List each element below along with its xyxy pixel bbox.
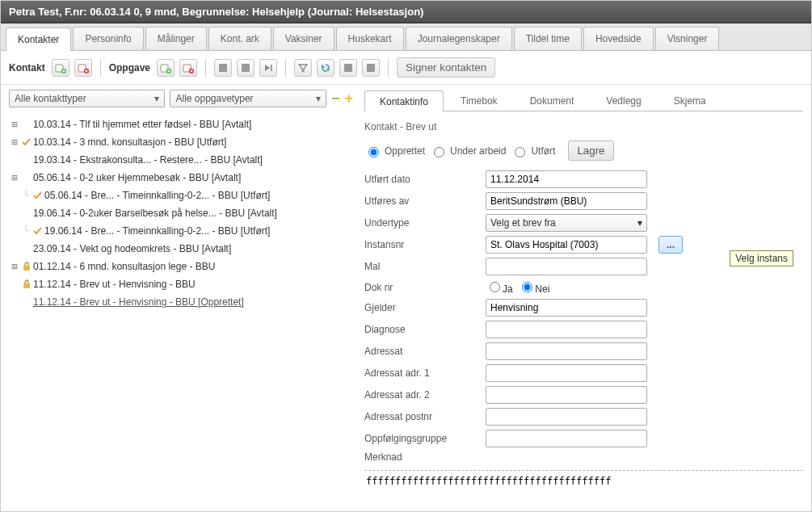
main-tab-kontakter[interactable]: Kontakter — [6, 27, 71, 51]
tree-node[interactable]: ⊞05.06.14 - 0-2 uker Hjemmebesøk - BBU [… — [9, 169, 353, 187]
contact-type-filter[interactable]: Alle kontakttyper▾ — [9, 90, 165, 107]
utfort-dato-input[interactable] — [486, 170, 647, 188]
task-new-icon[interactable] — [157, 59, 175, 77]
tree-node[interactable]: └05.06.14 - Bre... - Timeinnkalling-0-2.… — [9, 187, 353, 204]
refresh-icon[interactable] — [317, 59, 334, 77]
svg-rect-14 — [23, 283, 30, 288]
sub-tabs: KontaktinfoTimebokDokumentVedleggSkjema — [364, 90, 803, 111]
tree-node[interactable]: 11.12.14 - Brev ut - Henvisning - BBU [O… — [9, 293, 353, 311]
tree-node[interactable]: └19.06.14 - Bre... - Timeinnkalling-0-2.… — [9, 222, 353, 240]
save-button[interactable]: Lagre — [568, 141, 613, 161]
mal-input[interactable] — [486, 258, 647, 275]
expand-icon[interactable]: ⊞ — [9, 259, 20, 274]
tree-node-label: 23.09.14 - Vekt og hodeomkrets - BBU [Av… — [33, 241, 231, 256]
doknr-nei-radio[interactable]: Nei — [518, 279, 549, 295]
filter-icon[interactable] — [294, 59, 312, 77]
tree-node[interactable]: 23.09.14 - Vekt og hodeomkrets - BBU [Av… — [9, 240, 353, 258]
task-delete-icon[interactable] — [179, 59, 197, 77]
expand-icon[interactable]: ⊞ — [9, 117, 20, 132]
tool-grey1-icon[interactable] — [214, 59, 232, 77]
expand-icon[interactable]: ⊞ — [9, 170, 20, 185]
main-tab-vaksiner[interactable]: Vaksiner — [273, 27, 334, 50]
utfort-dato-label: Utført dato — [364, 174, 486, 185]
tree-node-label: 19.03.14 - Ekstrakonsulta... - Restere..… — [33, 153, 263, 167]
tree-node[interactable]: ⊞01.12.14 - 6 mnd. konsultasjon lege - B… — [9, 258, 353, 275]
title-bar: Petra Test, F.nr: 06.03.14 0, 9 mnd, Beg… — [1, 1, 811, 23]
chevron-down-icon: ▾ — [154, 93, 159, 104]
adressat-label: Adressat — [364, 346, 486, 357]
lock-icon — [20, 261, 33, 272]
mal-label: Mal — [364, 261, 486, 272]
diagnose-input[interactable] — [486, 321, 647, 338]
main-tab-journalegenskaper[interactable]: Journalegenskaper — [406, 27, 512, 50]
tree-node-label: 10.03.14 - 3 mnd. konsultasjon - BBU [Ut… — [33, 135, 226, 149]
postnr-label: Adressat postnr — [364, 411, 486, 422]
sign-button[interactable]: Signer kontakten — [397, 57, 495, 78]
svg-rect-10 — [271, 65, 272, 71]
doknr-label: Dok nr — [364, 282, 486, 293]
lock-icon — [20, 279, 33, 290]
tree-node-label: 05.06.14 - 0-2 uker Hjemmebesøk - BBU [A… — [33, 170, 241, 185]
tool-grey3-icon[interactable] — [339, 59, 357, 77]
section-title: Kontakt - Brev ut — [364, 121, 803, 132]
main-tab-m-linger[interactable]: Målinger — [145, 27, 207, 50]
tree-node-label: 11.12.14 - Brev ut - Henvisning - BBU [O… — [33, 295, 244, 309]
tree-node[interactable]: 19.06.14 - 0-2uker Barselbesøk på helse.… — [9, 204, 353, 222]
oppfolging-label: Oppfølgingsgruppe — [364, 433, 486, 444]
main-tab-personinfo[interactable]: Personinfo — [73, 27, 143, 50]
adr1-input[interactable] — [486, 364, 647, 382]
contact-new-icon[interactable] — [52, 59, 69, 77]
tool-next-icon[interactable] — [259, 59, 277, 77]
chevron-down-icon: ▾ — [316, 93, 321, 104]
instansnr-input[interactable] — [486, 236, 647, 254]
main-tab-hovedside[interactable]: Hovedside — [583, 27, 654, 50]
tree-node-label: 19.06.14 - Bre... - Timeinnkalling-0-2..… — [44, 224, 270, 238]
left-panel: Alle kontakttyper▾ Alle oppgavetyper▾ − … — [1, 85, 356, 511]
svg-rect-12 — [367, 64, 375, 72]
tree-node[interactable]: ⊞10.03.14 - Tlf til hjemmet etter fødsel… — [9, 115, 353, 133]
contact-tree: ⊞10.03.14 - Tlf til hjemmet etter fødsel… — [9, 115, 353, 506]
tool-grey2-icon[interactable] — [237, 59, 255, 77]
collapse-all-icon[interactable]: − — [331, 90, 340, 107]
right-panel: KontaktinfoTimebokDokumentVedleggSkjema … — [356, 85, 811, 511]
subtab-skjema[interactable]: Skjema — [658, 90, 722, 111]
main-tab-huskekart[interactable]: Huskekart — [336, 27, 404, 50]
tree-node[interactable]: ⊞10.03.14 - 3 mnd. konsultasjon - BBU [U… — [9, 133, 353, 151]
main-tab-tildel-time[interactable]: Tildel time — [514, 27, 582, 50]
doknr-ja-radio[interactable]: Ja — [486, 279, 513, 295]
expand-all-icon[interactable]: + — [344, 90, 353, 107]
status-opprettet-radio[interactable]: Opprettet — [364, 145, 425, 157]
tree-node[interactable]: 19.03.14 - Ekstrakonsulta... - Restere..… — [9, 151, 353, 169]
adr1-label: Adressat adr. 1 — [364, 367, 486, 379]
status-row: OpprettetUnder arbeidUtførtLagre — [364, 141, 803, 161]
subtab-timebok[interactable]: Timebok — [445, 90, 513, 111]
main-tab-kont-ark[interactable]: Kont. ark — [208, 27, 271, 50]
subtab-vedlegg[interactable]: Vedlegg — [591, 90, 656, 111]
gjelder-label: Gjelder — [364, 302, 486, 313]
undertype-select[interactable]: Velg et brev fra▾ — [486, 214, 647, 232]
svg-rect-8 — [219, 64, 227, 72]
expand-icon[interactable]: ⊞ — [9, 135, 20, 149]
tool-grey4-icon[interactable] — [362, 59, 380, 77]
svg-rect-13 — [23, 266, 30, 271]
browse-instans-button[interactable]: ... — [658, 236, 683, 254]
merknad-textarea[interactable]: ffffffffffffffffffffffffffffffffffffffff… — [364, 470, 803, 503]
tree-node-label: 11.12.14 - Brev ut - Henvisning - BBU — [33, 277, 196, 292]
task-type-filter[interactable]: Alle oppgavetyper▾ — [170, 90, 326, 107]
subtab-kontaktinfo[interactable]: Kontaktinfo — [364, 90, 444, 111]
contact-delete-icon[interactable] — [74, 59, 92, 77]
status-utført-radio[interactable]: Utført — [511, 145, 555, 157]
oppfolging-input[interactable] — [486, 430, 647, 447]
status-under-arbeid-radio[interactable]: Under arbeid — [430, 145, 506, 157]
toolbar: Kontakt Oppgave Signer kontakten — [1, 51, 811, 85]
utfores-av-input[interactable] — [486, 192, 647, 210]
main-tabs: KontakterPersoninfoMålingerKont. arkVaks… — [1, 23, 811, 51]
tree-node[interactable]: 11.12.14 - Brev ut - Henvisning - BBU — [9, 275, 353, 293]
subtab-dokument[interactable]: Dokument — [515, 90, 590, 111]
adr2-input[interactable] — [486, 386, 647, 404]
postnr-input[interactable] — [486, 408, 647, 426]
diagnose-label: Diagnose — [364, 324, 486, 335]
gjelder-input[interactable] — [486, 299, 647, 317]
adressat-input[interactable] — [486, 342, 647, 360]
main-tab-visninger[interactable]: Visninger — [655, 27, 720, 50]
